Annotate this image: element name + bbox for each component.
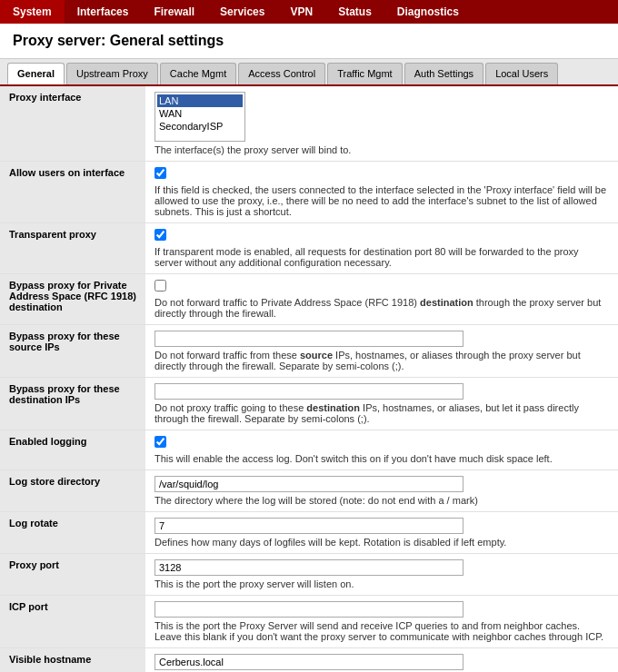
proxy-interface-help: The interface(s) the proxy server will b… <box>154 144 609 155</box>
transparent-proxy-row: Transparent proxy If transparent mode is… <box>0 223 618 274</box>
enabled-logging-field: This will enable the access log. Don't s… <box>145 430 618 470</box>
tab-bar: General Upstream Proxy Cache Mgmt Access… <box>0 59 618 86</box>
log-rotate-input[interactable] <box>154 518 464 534</box>
bypass-dest-label: Bypass proxy for these destination IPs <box>0 378 145 430</box>
proxy-interface-label: Proxy interface <box>0 86 145 162</box>
icp-port-input[interactable] <box>154 601 464 618</box>
nav-interfaces[interactable]: Interfaces <box>65 0 142 24</box>
enabled-logging-label: Enabled logging <box>0 430 145 470</box>
tab-traffic-mgmt[interactable]: Traffic Mgmt <box>327 63 403 84</box>
bypass-private-help: Do not forward traffic to Private Addres… <box>154 297 609 319</box>
log-rotate-help: Defines how many days of logfiles will b… <box>154 537 609 548</box>
proxy-port-label: Proxy port <box>0 554 145 596</box>
bypass-private-row: Bypass proxy for Private Address Space (… <box>0 274 618 325</box>
proxy-port-help: This is the port the proxy server will l… <box>154 578 609 589</box>
interface-option-wan[interactable]: WAN <box>157 107 243 120</box>
nav-firewall[interactable]: Firewall <box>141 0 207 24</box>
allow-users-checkbox[interactable] <box>154 167 166 179</box>
log-store-help: The directory where the log will be stor… <box>154 495 609 506</box>
log-store-row: Log store directory The directory where … <box>0 470 618 512</box>
interface-option-secondaryisp[interactable]: SecondaryISP <box>157 120 243 133</box>
bypass-source-help: Do not forward traffic from these source… <box>154 350 609 371</box>
log-rotate-label: Log rotate <box>0 512 145 554</box>
proxy-interface-row: Proxy interface LAN WAN SecondaryISP The… <box>0 86 618 162</box>
allow-users-row: Allow users on interface If this field i… <box>0 162 618 223</box>
tab-cache-mgmt[interactable]: Cache Mgmt <box>160 63 236 84</box>
log-store-input[interactable] <box>154 476 464 492</box>
proxy-port-input[interactable] <box>154 559 464 576</box>
nav-vpn[interactable]: VPN <box>277 0 325 24</box>
allow-users-help: If this field is checked, the users conn… <box>154 184 609 217</box>
bypass-source-row: Bypass proxy for these source IPs Do not… <box>0 325 618 378</box>
bypass-private-field: Do not forward traffic to Private Addres… <box>145 274 618 325</box>
nav-status[interactable]: Status <box>325 0 384 24</box>
main-content: Proxy interface LAN WAN SecondaryISP The… <box>0 86 618 672</box>
bypass-private-label: Bypass proxy for Private Address Space (… <box>0 274 145 325</box>
bypass-dest-help: Do not proxy traffic going to these dest… <box>154 402 609 424</box>
log-store-label: Log store directory <box>0 470 145 512</box>
icp-port-field: This is the port the Proxy Server will s… <box>145 596 618 648</box>
icp-port-help: This is the port the Proxy Server will s… <box>154 620 609 642</box>
nav-system[interactable]: System <box>0 0 65 24</box>
proxy-port-field: This is the port the proxy server will l… <box>145 554 618 596</box>
tab-upstream-proxy[interactable]: Upstream Proxy <box>66 63 158 84</box>
allow-users-label: Allow users on interface <box>0 162 145 223</box>
log-store-field: The directory where the log will be stor… <box>145 470 618 512</box>
visible-hostname-row: Visible hostname This is the URL to be d… <box>0 648 618 673</box>
visible-hostname-field: This is the URL to be displayed in proxy… <box>145 648 618 673</box>
enabled-logging-row: Enabled logging This will enable the acc… <box>0 430 618 470</box>
bypass-dest-field: Do not proxy traffic going to these dest… <box>145 378 618 430</box>
proxy-interface-list[interactable]: LAN WAN SecondaryISP <box>154 92 245 142</box>
tab-access-control[interactable]: Access Control <box>238 63 325 84</box>
bypass-source-input[interactable] <box>154 331 464 347</box>
nav-diagnostics[interactable]: Diagnostics <box>384 0 472 24</box>
icp-port-label: ICP port <box>0 596 145 648</box>
bypass-dest-input[interactable] <box>154 383 464 400</box>
tab-general[interactable]: General <box>7 63 65 84</box>
log-rotate-row: Log rotate Defines how many days of logf… <box>0 512 618 554</box>
proxy-interface-field: LAN WAN SecondaryISP The interface(s) th… <box>145 86 618 162</box>
tab-auth-settings[interactable]: Auth Settings <box>404 63 483 84</box>
visible-hostname-label: Visible hostname <box>0 648 145 673</box>
enabled-logging-checkbox[interactable] <box>154 436 166 448</box>
interface-option-lan[interactable]: LAN <box>157 94 243 107</box>
bypass-private-checkbox[interactable] <box>154 280 166 292</box>
bypass-source-label: Bypass proxy for these source IPs <box>0 325 145 378</box>
transparent-proxy-label: Transparent proxy <box>0 223 145 274</box>
top-nav: System Interfaces Firewall Services VPN … <box>0 0 618 24</box>
transparent-proxy-field: If transparent mode is enabled, all requ… <box>145 223 618 274</box>
bypass-source-field: Do not forward traffic from these source… <box>145 325 618 378</box>
proxy-port-row: Proxy port This is the port the proxy se… <box>0 554 618 596</box>
tab-local-users[interactable]: Local Users <box>485 63 558 84</box>
visible-hostname-input[interactable] <box>154 654 464 670</box>
bypass-dest-row: Bypass proxy for these destination IPs D… <box>0 378 618 430</box>
transparent-proxy-help: If transparent mode is enabled, all requ… <box>154 246 609 268</box>
enabled-logging-help: This will enable the access log. Don't s… <box>154 453 609 464</box>
icp-port-row: ICP port This is the port the Proxy Serv… <box>0 596 618 648</box>
settings-table: Proxy interface LAN WAN SecondaryISP The… <box>0 86 618 672</box>
allow-users-field: If this field is checked, the users conn… <box>145 162 618 223</box>
log-rotate-field: Defines how many days of logfiles will b… <box>145 512 618 554</box>
transparent-proxy-checkbox[interactable] <box>154 229 166 241</box>
page-title: Proxy server: General settings <box>0 24 618 59</box>
nav-services[interactable]: Services <box>207 0 277 24</box>
